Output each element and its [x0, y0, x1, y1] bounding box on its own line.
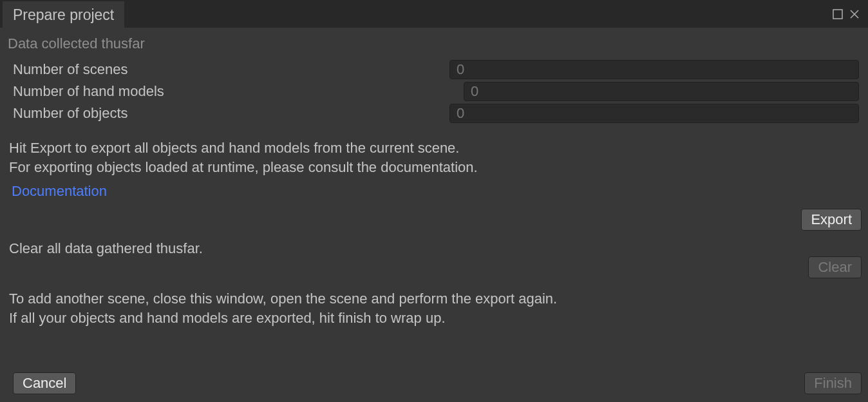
input-objects[interactable] — [449, 104, 859, 123]
finish-button[interactable]: Finish — [804, 372, 862, 394]
field-row-hand-models: Number of hand models — [9, 82, 859, 101]
input-hand-models[interactable] — [464, 82, 859, 101]
field-row-objects: Number of objects — [9, 104, 859, 123]
window-controls — [832, 8, 868, 20]
cancel-button[interactable]: Cancel — [13, 372, 76, 394]
label-scenes: Number of scenes — [9, 61, 128, 78]
label-hand-models: Number of hand models — [9, 83, 164, 100]
tab-bar: Prepare project — [0, 0, 868, 28]
svg-rect-0 — [833, 10, 842, 19]
help-text-clear: Clear all data gathered thusfar. — [9, 240, 203, 257]
section-heading: Data collected thusfar — [8, 35, 859, 52]
export-button[interactable]: Export — [801, 209, 862, 231]
clear-button[interactable]: Clear — [808, 256, 862, 278]
label-objects: Number of objects — [9, 105, 128, 122]
help-text-add-scene: To add another scene, close this window,… — [9, 289, 557, 327]
field-row-scenes: Number of scenes — [9, 60, 859, 79]
content-area: Data collected thusfar Number of scenes … — [0, 28, 868, 402]
documentation-link[interactable]: Documentation — [9, 183, 107, 200]
input-scenes[interactable] — [449, 60, 859, 79]
close-icon[interactable] — [849, 8, 860, 20]
maximize-icon[interactable] — [832, 8, 844, 20]
tab-prepare-project[interactable]: Prepare project — [3, 1, 124, 29]
help-text-export: Hit Export to export all objects and han… — [9, 139, 859, 177]
tab-label: Prepare project — [13, 6, 114, 24]
